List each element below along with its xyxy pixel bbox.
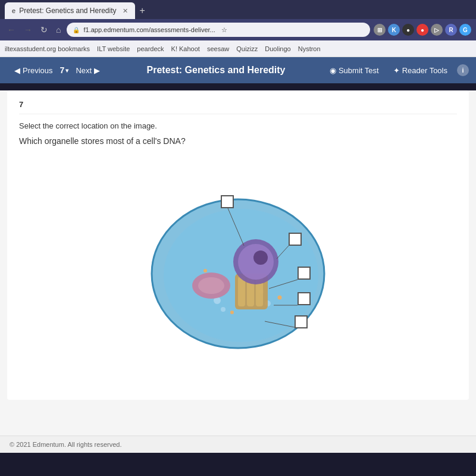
browser-actions: ⊞ K ● ● ▷ R G xyxy=(374,24,471,36)
reader-tools-label: Reader Tools xyxy=(402,66,447,75)
browser-icon-g[interactable]: G xyxy=(459,24,471,36)
bookmark-duolingo[interactable]: Duolingo xyxy=(265,45,290,52)
assessment-title: Pretest: Genetics and Heredity xyxy=(107,65,325,76)
browser-icon-dark[interactable]: ● xyxy=(402,24,414,36)
question-number: 7 xyxy=(19,100,457,114)
answer-box-5[interactable] xyxy=(295,315,308,328)
svg-point-18 xyxy=(203,269,207,273)
browser-icon-ext[interactable]: ▷ xyxy=(431,24,443,36)
toolbar-right: ◉ Submit Test ✦ Reader Tools i xyxy=(325,64,469,77)
next-button[interactable]: Next ▶ xyxy=(68,62,107,79)
svg-point-7 xyxy=(198,277,224,294)
answer-box-4[interactable] xyxy=(298,292,311,305)
forward-button[interactable]: → xyxy=(21,24,35,36)
question-number-display: 7 ▾ xyxy=(60,65,69,75)
svg-point-16 xyxy=(230,311,234,314)
assessment-title-text: Pretest: Genetics and Heredity xyxy=(147,65,286,75)
reader-tools-icon: ✦ xyxy=(393,66,400,75)
browser-icon-k[interactable]: K xyxy=(388,24,400,36)
info-icon-symbol: i xyxy=(462,67,464,74)
info-button[interactable]: i xyxy=(457,64,469,76)
submit-test-button[interactable]: ◉ Submit Test xyxy=(325,64,384,77)
lock-icon: 🔒 xyxy=(73,27,80,33)
bookmark-ilt[interactable]: ILT website xyxy=(97,45,130,52)
browser-chrome: e Pretest: Genetics and Heredity ✕ + ← →… xyxy=(0,0,476,83)
bookmark-quizizz[interactable]: Quizizz xyxy=(236,45,258,52)
previous-button[interactable]: ◀ Previous xyxy=(7,62,60,79)
svg-point-3 xyxy=(221,307,226,312)
answer-box-1[interactable] xyxy=(221,195,234,208)
url-text: f1.app.edmentum.com/assessments-deliver.… xyxy=(83,26,215,33)
submit-icon: ◉ xyxy=(330,66,336,75)
address-bar: ← → ↻ ⌂ 🔒 f1.app.edmentum.com/assessment… xyxy=(0,19,476,40)
url-star-icon: ☆ xyxy=(221,26,227,34)
copyright-text: © 2021 Edmentum. All rights reserved. xyxy=(10,441,121,448)
home-button[interactable]: ⌂ xyxy=(54,24,63,36)
new-tab-button[interactable]: + xyxy=(135,2,150,19)
svg-point-17 xyxy=(278,296,282,300)
bookmark-iltexas[interactable]: iltexasstudent.org bookmarks xyxy=(5,45,90,52)
cell-illustration xyxy=(113,158,363,360)
tab-title: Pretest: Genetics and Heredity xyxy=(19,7,116,15)
previous-label: Previous xyxy=(23,66,53,75)
svg-rect-9 xyxy=(238,277,245,306)
reader-tools-button[interactable]: ✦ Reader Tools xyxy=(389,64,452,77)
browser-icon-red[interactable]: ● xyxy=(416,24,428,36)
back-button[interactable]: ← xyxy=(5,24,18,36)
next-label: Next xyxy=(76,66,92,75)
cell-diagram xyxy=(113,158,363,360)
refresh-button[interactable]: ↻ xyxy=(38,24,50,36)
next-icon: ▶ xyxy=(94,66,100,75)
question-num-value: 7 xyxy=(60,65,65,75)
bookmark-kahoot[interactable]: K! Kahoot xyxy=(171,45,200,52)
tab-favicon: e xyxy=(12,7,15,14)
app-toolbar: ◀ Previous 7 ▾ Next ▶ Pretest: Genetics … xyxy=(0,57,476,83)
main-content: 7 Select the correct location on the ima… xyxy=(0,90,476,436)
active-tab[interactable]: e Pretest: Genetics and Heredity ✕ xyxy=(5,2,135,19)
question-text: Which organelle stores most of a cell's … xyxy=(19,136,457,146)
extensions-icon[interactable]: ⊞ xyxy=(374,24,386,36)
tab-close-button[interactable]: ✕ xyxy=(123,7,128,15)
question-card: 7 Select the correct location on the ima… xyxy=(7,90,469,400)
bookmark-nystron[interactable]: Nystron xyxy=(298,45,321,52)
previous-icon: ◀ xyxy=(14,66,20,75)
answer-box-3[interactable] xyxy=(298,267,311,280)
question-instruction: Select the correct location on the image… xyxy=(19,121,457,130)
tab-bar: e Pretest: Genetics and Heredity ✕ + xyxy=(0,0,476,19)
browser-icon-r[interactable]: R xyxy=(445,24,457,36)
svg-point-14 xyxy=(253,250,268,265)
url-bar[interactable]: 🔒 f1.app.edmentum.com/assessments-delive… xyxy=(67,23,370,37)
bookmark-seesaw[interactable]: seesaw xyxy=(207,45,229,52)
answer-box-2[interactable] xyxy=(289,233,302,246)
footer: © 2021 Edmentum. All rights reserved. xyxy=(0,436,476,453)
bookmark-peardeck[interactable]: peardeck xyxy=(137,45,164,52)
bookmarks-bar: iltexasstudent.org bookmarks ILT website… xyxy=(0,40,476,57)
submit-label: Submit Test xyxy=(339,66,379,75)
